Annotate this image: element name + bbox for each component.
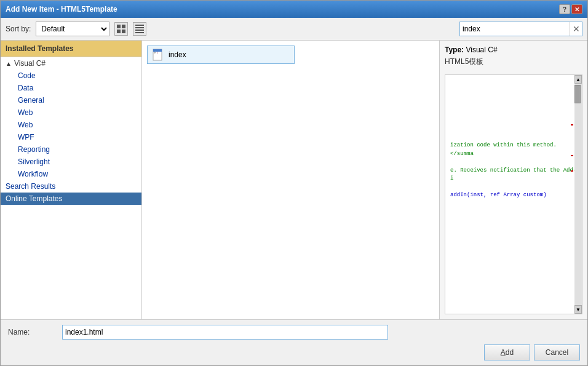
sidebar-item-general[interactable]: General	[1, 94, 141, 106]
toolbar: Sort by: Default	[1, 18, 587, 41]
scrollbar-down-arrow[interactable]: ▼	[574, 305, 582, 314]
title-bar-buttons: ? ✕	[559, 4, 582, 14]
svg-rect-6	[135, 30, 144, 31]
svg-rect-4	[135, 25, 144, 26]
add-new-item-dialog: Add New Item - HTML5Template ? ✕ Sort by…	[0, 0, 588, 366]
svg-rect-2	[117, 30, 121, 33]
sidebar-item-reporting[interactable]: Reporting	[1, 143, 141, 156]
body-area: Installed Templates ▲ Visual C# Code Dat…	[1, 41, 587, 319]
name-input[interactable]	[62, 325, 388, 340]
sidebar-item-label: Visual C#	[14, 59, 46, 68]
scroll-mark-1	[571, 124, 573, 125]
help-button[interactable]: ?	[559, 4, 570, 14]
name-label: Name:	[8, 328, 57, 336]
add-button[interactable]: Add	[484, 344, 530, 360]
sidebar-item-label: Web	[18, 121, 33, 129]
type-label: Type:	[445, 46, 464, 54]
dialog-title: Add New Item - HTML5Template	[6, 5, 117, 14]
sidebar-item-web[interactable]: Web	[1, 106, 141, 119]
preview-code: ization code within this method.</summa …	[445, 75, 582, 205]
main-content: Sort by: Default	[1, 18, 587, 319]
preview-panel: Type: Visual C# HTML5模板 ization code wit…	[440, 41, 587, 319]
name-row: Name:	[8, 325, 580, 340]
scroll-mark-2	[571, 155, 573, 156]
svg-rect-1	[122, 25, 125, 28]
cancel-button[interactable]: Cancel	[534, 344, 580, 360]
search-clear-button[interactable]: ✕	[570, 22, 582, 36]
template-list: H 5 index	[147, 46, 434, 64]
sidebar-item-label: Workflow	[18, 170, 48, 178]
preview-image: ization code within this method.</summa …	[445, 74, 582, 314]
sidebar-item-label: Search Results	[6, 182, 55, 191]
sidebar-item-label: WPF	[18, 133, 34, 141]
sidebar-item-label: Data	[18, 84, 33, 92]
add-label: Add	[501, 348, 514, 357]
template-label: index	[169, 50, 186, 59]
svg-rect-3	[122, 30, 125, 33]
template-icon: H 5	[153, 49, 165, 61]
preview-content: ization code within this method.</summa …	[445, 75, 582, 314]
sidebar-item-silverlight[interactable]: Silverlight	[1, 156, 141, 168]
scrollbar-thumb[interactable]	[574, 85, 581, 103]
preview-scrollbar: ▲ ▼	[574, 75, 582, 314]
center-panel: H 5 index	[142, 41, 440, 319]
scroll-mark-3	[571, 170, 573, 172]
search-box: ✕	[459, 22, 582, 36]
svg-text:H: H	[154, 51, 156, 54]
sidebar-item-wpf[interactable]: WPF	[1, 131, 141, 143]
button-row: Add Cancel	[8, 344, 580, 360]
large-view-button[interactable]	[114, 22, 128, 36]
sidebar: Installed Templates ▲ Visual C# Code Dat…	[1, 41, 142, 319]
sidebar-item-data[interactable]: Data	[1, 82, 141, 94]
sidebar-item-workflow[interactable]: Workflow	[1, 168, 141, 180]
sort-label: Sort by:	[6, 25, 31, 33]
title-bar: Add New Item - HTML5Template ? ✕	[1, 1, 587, 18]
svg-rect-5	[135, 27, 144, 28]
sidebar-item-windows-forms[interactable]: Web	[1, 119, 141, 131]
cancel-label: Cancel	[546, 348, 568, 357]
bottom-section: Name: Add Cancel	[1, 319, 587, 365]
small-view-button[interactable]	[133, 22, 146, 36]
sort-select[interactable]: Default	[36, 22, 109, 36]
sidebar-item-code[interactable]: Code	[1, 70, 141, 82]
sidebar-header: Installed Templates	[1, 41, 141, 57]
preview-subtype: HTML5模板	[445, 57, 582, 67]
sidebar-item-search-results[interactable]: Search Results	[1, 180, 141, 193]
search-input[interactable]	[460, 22, 570, 36]
sidebar-item-label: Code	[18, 71, 36, 80]
expand-icon: ▲	[6, 60, 12, 67]
sidebar-item-label: Web	[18, 108, 33, 117]
sidebar-item-online-templates[interactable]: Online Templates	[1, 193, 141, 205]
type-value: Visual C#	[466, 46, 497, 54]
svg-rect-7	[135, 32, 144, 33]
sidebar-item-label: Silverlight	[18, 157, 50, 166]
sidebar-item-label: General	[18, 96, 44, 105]
sidebar-item-label: Reporting	[18, 145, 50, 154]
close-button[interactable]: ✕	[571, 4, 582, 14]
svg-rect-0	[117, 25, 121, 28]
sidebar-item-visual-csharp[interactable]: ▲ Visual C#	[1, 57, 141, 70]
preview-type: Type: Visual C#	[445, 46, 582, 54]
sidebar-item-label: Online Templates	[6, 194, 63, 203]
template-item-index[interactable]: H 5 index	[147, 46, 295, 64]
